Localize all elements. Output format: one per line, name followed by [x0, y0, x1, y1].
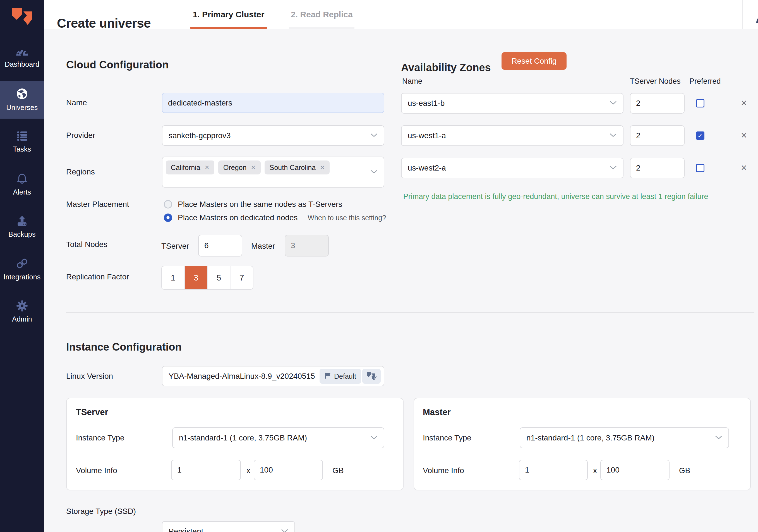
user-avatar-icon[interactable] [755, 7, 758, 24]
tserver-instance-type-select[interactable]: n1-standard-1 (1 core, 3.75GB RAM) [172, 427, 384, 448]
tab-active-underline [190, 27, 267, 29]
storage-type-label: Storage Type (SSD) [66, 507, 136, 516]
volume-count-value: 1 [177, 466, 182, 475]
header-divider [742, 0, 743, 29]
task-list-icon [16, 131, 28, 143]
tserver-card-title: TServer [76, 407, 108, 417]
instance-type-value: n1-standard-1 (1 core, 3.75GB RAM) [179, 434, 307, 443]
sidebar-item-admin[interactable]: Admin [0, 293, 44, 331]
linux-version-label: Linux Version [66, 372, 113, 381]
sidebar-item-label: Alerts [13, 188, 31, 196]
volume-size-value: 100 [606, 466, 620, 475]
sidebar-item-label: Tasks [13, 145, 31, 153]
tserver-volume-count-input[interactable]: 1 [171, 460, 241, 480]
chevron-down-icon [370, 436, 378, 441]
sidebar-item-label: Dashboard [5, 60, 39, 68]
tab-read-replica[interactable]: 2. Read Replica [289, 0, 355, 29]
globe-icon [16, 88, 28, 101]
flag-icon [325, 372, 331, 380]
page-title: Create universe [57, 16, 151, 31]
sidebar-item-universes[interactable]: Universes [0, 81, 44, 119]
default-badge-label: Default [334, 372, 356, 380]
chevron-down-icon [715, 436, 722, 441]
sidebar-item-integrations[interactable]: Integrations [0, 250, 44, 288]
volume-info-label: Volume Info [76, 466, 117, 475]
top-bar: Create universe 1. Primary Cluster 2. Re… [44, 0, 758, 29]
integrations-plug-icon [16, 258, 28, 270]
master-card-title: Master [423, 407, 451, 417]
linux-version-value: YBA-Managed-AlmaLinux-8.9_v20240515 [169, 372, 315, 381]
volume-count-value: 1 [525, 466, 530, 475]
sidebar-item-tasks[interactable]: Tasks [0, 123, 44, 161]
instance-type-value: n1-standard-1 (1 core, 3.75GB RAM) [526, 434, 654, 443]
storage-type-select[interactable]: Persistent [162, 521, 295, 532]
linux-version-select[interactable]: YBA-Managed-AlmaLinux-8.9_v20240515 Defa… [162, 366, 384, 386]
master-volume-count-input[interactable]: 1 [519, 460, 588, 480]
sidebar-item-alerts[interactable]: Alerts [0, 165, 44, 203]
instance-configuration-section: Instance Configuration Linux Version YBA… [44, 29, 758, 532]
tab-label: 2. Read Replica [291, 10, 353, 19]
volume-size-value: 100 [260, 466, 273, 475]
master-volume-size-input[interactable]: 100 [600, 460, 670, 480]
sidebar: Dashboard Universes [0, 0, 44, 532]
volume-multiplier-label: x [246, 466, 250, 475]
gear-icon [17, 300, 28, 313]
main-content: Cloud Configuration Name dedicated-maste… [44, 29, 758, 532]
sidebar-item-label: Backups [8, 230, 35, 238]
yugabyte-managed-icon[interactable] [362, 369, 381, 384]
tab-primary-cluster[interactable]: 1. Primary Cluster [190, 0, 267, 29]
sidebar-nav: Dashboard Universes [0, 38, 44, 331]
tab-inactive-underline [289, 27, 355, 29]
volume-unit-label: GB [332, 466, 344, 475]
yugabyte-logo-icon[interactable] [12, 8, 32, 28]
sidebar-item-label: Admin [12, 315, 32, 323]
chevron-down-icon [281, 529, 288, 532]
volume-multiplier-label: x [593, 466, 597, 475]
instance-type-label: Instance Type [76, 434, 124, 443]
instance-type-label: Instance Type [423, 434, 471, 443]
default-badge: Default [320, 369, 361, 384]
sidebar-item-dashboard[interactable]: Dashboard [0, 38, 44, 76]
sidebar-item-backups[interactable]: Backups [0, 208, 44, 246]
tab-label: 1. Primary Cluster [193, 10, 264, 19]
dashboard-gauge-icon [16, 46, 28, 58]
instance-configuration-heading: Instance Configuration [66, 341, 182, 353]
volume-info-label: Volume Info [423, 466, 464, 475]
tserver-volume-size-input[interactable]: 100 [254, 460, 323, 480]
master-instance-type-select[interactable]: n1-standard-1 (1 core, 3.75GB RAM) [520, 427, 729, 448]
create-universe-screen: Dashboard Universes [0, 0, 758, 532]
master-card: Master Instance Type n1-standard-1 (1 co… [414, 398, 751, 490]
storage-type-value: Persistent [169, 527, 203, 532]
sidebar-item-label: Integrations [3, 273, 41, 281]
backup-upload-icon [16, 216, 28, 228]
sidebar-item-label: Universes [6, 104, 38, 112]
bell-icon [16, 173, 28, 186]
volume-unit-label: GB [679, 466, 690, 475]
tserver-card: TServer Instance Type n1-standard-1 (1 c… [66, 398, 403, 490]
